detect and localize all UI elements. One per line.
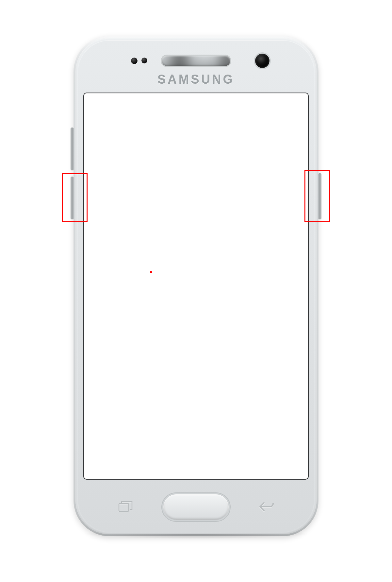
recent-apps-icon	[118, 501, 133, 513]
home-button[interactable]	[163, 494, 229, 520]
earpiece-speaker	[162, 56, 230, 66]
svg-rect-0	[119, 504, 129, 511]
highlight-box-right	[304, 170, 330, 222]
highlight-box-left	[62, 173, 88, 222]
phone-screen[interactable]	[84, 93, 308, 479]
recent-apps-button[interactable]	[116, 499, 136, 515]
back-button[interactable]	[256, 499, 276, 515]
diagram-stage: SAMSUNG	[65, 36, 327, 546]
brand-label: SAMSUNG	[157, 73, 235, 87]
front-camera-icon	[255, 54, 270, 68]
bottom-bezel	[74, 479, 318, 536]
red-marker-dot	[150, 271, 152, 273]
phone-body: SAMSUNG	[74, 36, 318, 536]
proximity-sensors	[129, 58, 149, 64]
top-bezel: SAMSUNG	[74, 36, 318, 93]
sensor-dot-icon	[131, 58, 138, 64]
volume-up-button[interactable]	[71, 128, 74, 170]
sensor-dot-icon	[141, 58, 147, 63]
back-arrow-icon	[258, 501, 274, 513]
